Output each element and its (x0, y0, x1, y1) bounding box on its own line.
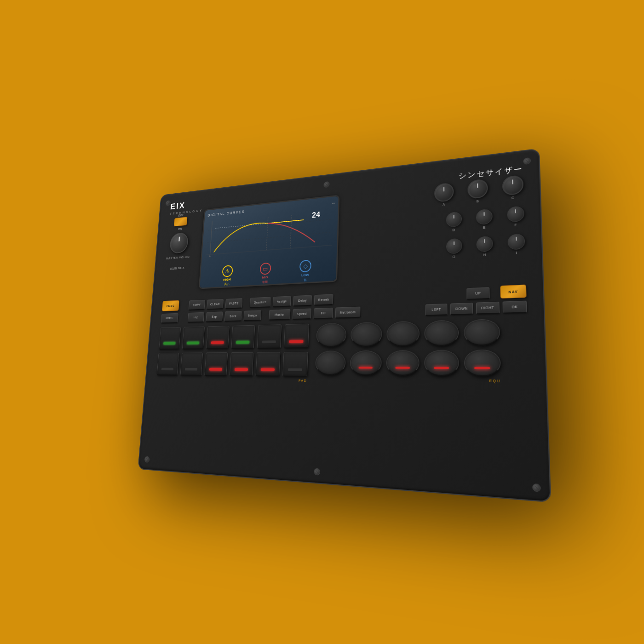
master-switch[interactable] (174, 217, 188, 226)
oval-7[interactable] (350, 351, 382, 376)
knob-f-control[interactable] (507, 206, 524, 223)
nav-button[interactable]: NAV (500, 284, 526, 299)
knob-d-control[interactable] (446, 211, 462, 227)
left-button[interactable]: LEFT (426, 304, 448, 316)
pad-10[interactable] (230, 352, 253, 376)
delay-button[interactable]: Delay (293, 295, 312, 306)
knob-b-control[interactable] (467, 178, 488, 199)
assign-group: Assign (273, 296, 291, 307)
mute-group: MUTE (161, 313, 178, 323)
knob-a-control[interactable] (434, 182, 454, 202)
pad-area: PAD (156, 318, 529, 385)
svg-line-4 (266, 217, 268, 250)
oval-2[interactable] (351, 322, 382, 347)
knob-i-control[interactable] (507, 233, 525, 250)
master-volume-knob[interactable] (169, 232, 189, 253)
up-button[interactable]: UP (466, 287, 489, 300)
oval-3[interactable] (386, 321, 420, 347)
up-group: UP (466, 287, 489, 300)
knob-e: E (476, 208, 493, 230)
oval-10[interactable] (464, 350, 501, 377)
right-knobs: A B C D (357, 175, 526, 281)
speed-button[interactable]: Speed (293, 308, 311, 320)
oval-9[interactable] (424, 350, 459, 376)
knob-c-label: C (512, 196, 515, 200)
quantize-group: Quantize (250, 297, 271, 308)
clear-button[interactable]: CLEAR (207, 299, 224, 310)
down-group: DOWN (450, 303, 473, 315)
oval-5[interactable] (464, 319, 500, 346)
fill-button[interactable]: Fill (314, 308, 333, 319)
knob-d-label: D (453, 228, 456, 232)
brand-name: EIX (170, 200, 186, 211)
knob-a: A (434, 182, 454, 207)
pad-12[interactable] (282, 352, 308, 377)
pad-9[interactable] (204, 352, 228, 376)
knob-b-label: B (477, 200, 479, 203)
imp-group: Imp (188, 312, 204, 323)
knob-g-control[interactable] (446, 238, 462, 254)
synth-body: EIX TECHNOLOGY シンセサイザー OFF ON MASTER VOL… (138, 148, 551, 502)
svg-line-8 (210, 221, 212, 257)
reverb-group: Reverb (314, 294, 334, 305)
pad-4[interactable] (231, 325, 255, 349)
assign-button[interactable]: Assign (273, 296, 291, 307)
eq-low-symbol: ◇ (299, 259, 311, 272)
quantize-button[interactable]: Quantize (250, 297, 271, 308)
tempo-button[interactable]: Tempo (243, 310, 261, 321)
mute-button[interactable]: MUTE (161, 313, 178, 323)
oval-4[interactable] (424, 320, 459, 346)
pad-11[interactable] (256, 352, 281, 376)
knob-c: C (502, 175, 523, 201)
knob-g: G (446, 238, 462, 259)
copy-group: COPY (189, 300, 205, 310)
paste-button[interactable]: PASTE (225, 298, 243, 309)
down-button[interactable]: DOWN (450, 303, 473, 315)
pad-row-1 (159, 324, 309, 350)
knob-c-control[interactable] (502, 175, 523, 196)
knob-h-control[interactable] (476, 236, 493, 252)
pad-6[interactable] (284, 324, 309, 349)
reverb-button[interactable]: Reverb (314, 294, 334, 305)
pad-8[interactable] (180, 352, 203, 375)
knob-e-control[interactable] (476, 208, 493, 225)
eq-low-label: LOW (301, 273, 309, 277)
display-icon: ▪▪ (332, 201, 334, 205)
oval-8[interactable] (386, 350, 419, 376)
knob-g-label: G (453, 255, 456, 259)
exp-button[interactable]: Exp (206, 311, 223, 322)
func-button[interactable]: FUNC (162, 300, 179, 311)
speed-group: Speed (293, 308, 311, 320)
imp-button[interactable]: Imp (188, 312, 204, 323)
left-group: LEFT (426, 304, 448, 316)
knob-i: I (507, 233, 525, 255)
screw-top-left (166, 200, 171, 206)
oval-pad-section: EQU (315, 319, 501, 383)
eq-high-jp: 高い (224, 282, 230, 287)
pad-7[interactable] (157, 353, 179, 375)
right-group: RIGHT (476, 302, 500, 315)
pad-3[interactable] (206, 326, 230, 349)
master-button[interactable]: Master (269, 309, 290, 320)
oval-6[interactable] (315, 351, 346, 375)
eq-mid-jp: 中間 (262, 280, 267, 285)
right-button[interactable]: RIGHT (476, 302, 500, 315)
ok-button[interactable]: OK (503, 301, 527, 314)
pad-2[interactable] (182, 327, 205, 350)
knob-f: F (507, 206, 524, 227)
knob-e-label: E (483, 226, 486, 230)
save-button[interactable]: Save (224, 311, 242, 322)
pad-5[interactable] (257, 324, 282, 349)
knob-row-3: G H I (358, 233, 525, 264)
copy-button[interactable]: COPY (189, 300, 205, 310)
oval-1[interactable] (316, 323, 346, 347)
knob-i-label: I (516, 251, 518, 255)
eq-low: ◇ LOW 低 (299, 259, 311, 282)
oval-row-1 (316, 319, 500, 347)
pad-label-area: PAD (156, 377, 307, 383)
pad-label: PAD (299, 379, 307, 382)
master-section: OFF ON MASTER VOLUM LEVEL DATA (165, 213, 193, 270)
metronom-button[interactable]: Metronom (335, 307, 361, 319)
oval-row-2 (315, 350, 501, 377)
pad-1[interactable] (159, 327, 181, 350)
